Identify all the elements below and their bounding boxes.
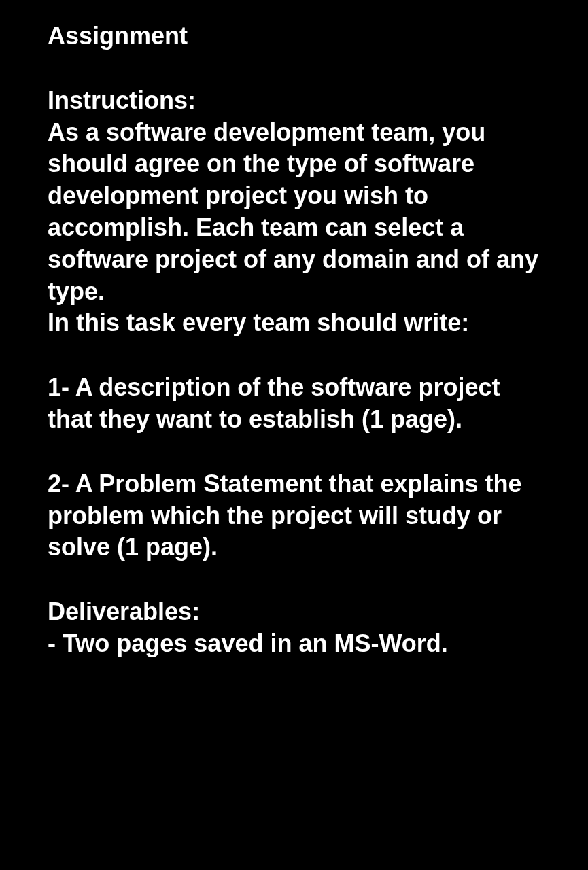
document-title: Assignment (48, 20, 540, 52)
instructions-section: Instructions: As a software development … (48, 85, 540, 339)
task-item-1: 1- A description of the software project… (48, 372, 540, 436)
deliverables-heading: Deliverables: (48, 596, 540, 628)
deliverables-section: Deliverables: - Two pages saved in an MS… (48, 596, 540, 660)
instructions-body-2: In this task every team should write: (48, 307, 540, 339)
instructions-body-1: As a software development team, you shou… (48, 117, 540, 308)
instructions-heading: Instructions: (48, 85, 540, 117)
task-item-2: 2- A Problem Statement that explains the… (48, 468, 540, 563)
deliverables-body: - Two pages saved in an MS-Word. (48, 628, 540, 660)
